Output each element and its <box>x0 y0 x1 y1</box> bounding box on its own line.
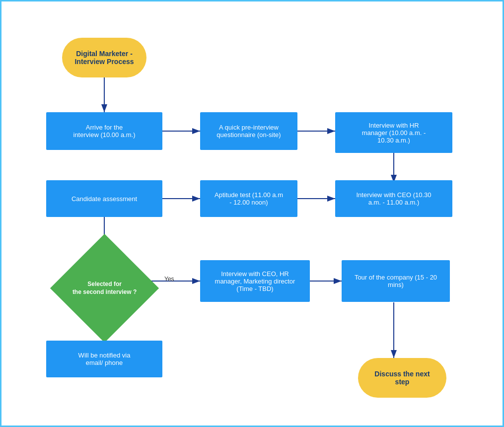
hr-interview-label: Interview with HR manager (10.00 a.m. - … <box>362 122 426 144</box>
aptitude-test-label: Aptitude test (11.00 a.m - 12.00 noon) <box>215 191 283 206</box>
discuss-label: Discuss the next step <box>367 370 437 386</box>
arrive-node: Arrive for the interview (10.00 a.m.) <box>46 112 162 150</box>
selected-label: Selected for the second interview ? <box>70 278 139 298</box>
tour-label: Tour of the company (15 - 20 mins) <box>355 274 437 288</box>
arrive-label: Arrive for the interview (10.00 a.m.) <box>73 124 136 139</box>
selected-node: Selected for the second interview ? <box>66 250 143 327</box>
questionnaire-label: A quick pre-interview questionnaire (on-… <box>216 124 281 139</box>
candidate-assessment-label: Candidate assessment <box>72 195 137 203</box>
flowchart-canvas: Yes No Digital Marketer - Interview Proc… <box>0 0 504 427</box>
questionnaire-node: A quick pre-interview questionnaire (on-… <box>200 112 297 150</box>
start-label: Digital Marketer - Interview Process <box>74 50 134 66</box>
start-node: Digital Marketer - Interview Process <box>62 38 146 77</box>
discuss-node: Discuss the next step <box>358 358 446 398</box>
ceo-interview-label: Interview with CEO (10.30 a.m. - 11.00 a… <box>356 191 431 206</box>
aptitude-test-node: Aptitude test (11.00 a.m - 12.00 noon) <box>200 180 297 217</box>
yes-label: Yes <box>164 276 174 283</box>
notify-node: Will be notified via email/ phone <box>46 341 162 377</box>
candidate-assessment-node: Candidate assessment <box>46 180 162 217</box>
notify-label: Will be notified via email/ phone <box>78 352 131 366</box>
hr-interview-node: Interview with HR manager (10.00 a.m. - … <box>335 112 452 153</box>
ceo-hr-interview-label: Interview with CEO, HR manager, Marketin… <box>215 270 295 292</box>
tour-node: Tour of the company (15 - 20 mins) <box>342 260 450 302</box>
ceo-interview-node: Interview with CEO (10.30 a.m. - 11.00 a… <box>335 180 452 217</box>
ceo-hr-interview-node: Interview with CEO, HR manager, Marketin… <box>200 260 310 302</box>
